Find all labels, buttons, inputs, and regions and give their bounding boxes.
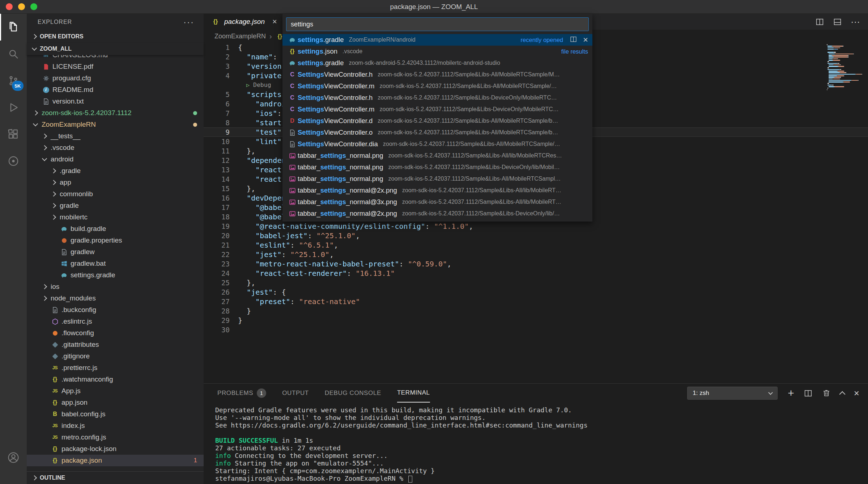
quick-open-item-settingsviewcontroller-h[interactable]: CSettingsViewController.hzoom-sdk-ios-5.… xyxy=(282,92,592,104)
quick-open-item-settingsviewcontroller-dia[interactable]: SettingsViewController.diazoom-sdk-ios-5… xyxy=(282,138,592,150)
tree-item-watchmanconfig[interactable]: {}.watchmanconfig xyxy=(27,374,204,385)
new-terminal-icon[interactable]: + xyxy=(788,390,794,397)
panel-tab-debug-console[interactable]: DEBUG CONSOLE xyxy=(325,384,381,403)
tree-item-metro-config-js[interactable]: JSmetro.config.js xyxy=(27,432,204,443)
codelens-debug[interactable]: Debug xyxy=(253,81,271,88)
tree-item-gradlew-bat[interactable]: gradlew.bat xyxy=(27,258,204,269)
panel-tab-problems[interactable]: PROBLEMS1 xyxy=(217,384,266,403)
quick-open-item-tabbar-settings-normal-png[interactable]: tabbar_settings_normal.pngzoom-sdk-ios-5… xyxy=(282,150,592,161)
tree-item-readme-md[interactable]: iREADME.md xyxy=(27,84,204,96)
quick-open-item-settingsviewcontroller-m[interactable]: CSettingsViewController.mzoom-sdk-ios-5.… xyxy=(282,80,592,92)
kill-terminal-icon[interactable] xyxy=(822,389,831,397)
section-root-folder[interactable]: ZOOM_ALL xyxy=(27,43,204,55)
tree-item-babel-config-js[interactable]: Bbabel.config.js xyxy=(27,408,204,420)
tree-item-gradle[interactable]: .gradle xyxy=(27,165,204,177)
quick-open-item-tabbar-settings-normal-2x-png[interactable]: tabbar_settings_normal@2x.pngzoom-sdk-io… xyxy=(282,185,592,196)
quick-open-input[interactable] xyxy=(286,17,589,31)
extensions-icon[interactable] xyxy=(0,121,27,148)
tree-item-node-modules[interactable]: node_modules xyxy=(27,292,204,304)
code-line[interactable]: 29} xyxy=(204,316,868,325)
run-debug-icon[interactable] xyxy=(0,94,27,121)
quick-open-item-tabbar-settings-normal-3x-png[interactable]: tabbar_settings_normal@3x.pngzoom-sdk-io… xyxy=(282,196,592,208)
minimap[interactable] xyxy=(826,44,862,92)
terminal-shell-select[interactable]: 1: zsh xyxy=(687,387,778,400)
tree-item-build-gradle[interactable]: build.gradle xyxy=(27,223,204,235)
minimize-window-button[interactable] xyxy=(18,3,25,10)
quick-open-item-settingsviewcontroller-h[interactable]: CSettingsViewController.hzoom-sdk-ios-5.… xyxy=(282,69,592,80)
quick-open-item-settingsviewcontroller-d[interactable]: DSettingsViewController.dzoom-sdk-ios-5.… xyxy=(282,115,592,127)
panel-tab-terminal[interactable]: TERMINAL xyxy=(397,384,430,403)
quick-open-item-tabbar-settings-normal-png[interactable]: tabbar_settings_normal.pngzoom-sdk-ios-5… xyxy=(282,173,592,185)
code-line[interactable]: 20 "babel-jest": "^25.1.0", xyxy=(204,231,868,240)
split-editor-icon[interactable] xyxy=(815,17,824,26)
code-line[interactable]: 21 "eslint": "^6.5.1", xyxy=(204,240,868,250)
quick-open-item-settings-json[interactable]: {}settings.json.vscodefile results xyxy=(282,46,592,57)
tree-item-version-txt[interactable]: version.txt xyxy=(27,96,204,107)
tree-item-app-js[interactable]: JSApp.js xyxy=(27,385,204,397)
code-line[interactable]: 24 "react-test-renderer": "16.13.1" xyxy=(204,269,868,278)
source-control-icon[interactable]: 5K xyxy=(0,67,27,94)
more-actions-icon[interactable]: ··· xyxy=(183,20,194,24)
tree-item-buckconfig[interactable]: .buckconfig xyxy=(27,304,204,316)
tree-item-index-js[interactable]: JSindex.js xyxy=(27,420,204,432)
code-line[interactable]: 23 "metro-react-native-babel-preset": "^… xyxy=(204,259,868,269)
close-tab-icon[interactable]: × xyxy=(272,17,277,26)
tree-item-eslintrc-js[interactable]: .eslintrc.js xyxy=(27,316,204,327)
open-to-side-icon[interactable] xyxy=(570,35,577,45)
tree-item-app[interactable]: app xyxy=(27,177,204,188)
code-line[interactable]: 25 }, xyxy=(204,278,868,287)
zoom-window-button[interactable] xyxy=(30,3,37,10)
code-line[interactable]: 30 xyxy=(204,325,868,334)
tree-item-zoomexamplern[interactable]: ZoomExampleRN xyxy=(27,119,204,130)
split-terminal-icon[interactable] xyxy=(804,389,813,398)
tree-item-gitattributes[interactable]: .gitattributes xyxy=(27,339,204,350)
maximize-panel-icon[interactable] xyxy=(840,390,844,396)
search-icon[interactable] xyxy=(0,41,27,67)
tree-item-vscode[interactable]: .vscode xyxy=(27,142,204,153)
code-line[interactable]: 19 "@react-native-community/eslint-confi… xyxy=(204,222,868,231)
tree-item-changelog-md[interactable]: MCHANGELOG.md xyxy=(27,55,204,61)
tree-item-mobilertc[interactable]: mobilertc xyxy=(27,211,204,223)
tree-item-gradle-properties[interactable]: gradle.properties xyxy=(27,235,204,246)
tree-item-app-json[interactable]: {}app.json xyxy=(27,397,204,408)
quick-open-item-settings-gradle[interactable]: settings.gradleZoomExampleRN/androidrece… xyxy=(282,34,592,46)
tree-item-license-pdf[interactable]: LICENSE.pdf xyxy=(27,61,204,72)
tree-item-tests[interactable]: __tests__ xyxy=(27,130,204,142)
tree-item-flowconfig[interactable]: .flowconfig xyxy=(27,327,204,339)
explorer-icon[interactable] xyxy=(0,14,27,41)
tree-item-proguard-cfg[interactable]: proguard.cfg xyxy=(27,72,204,84)
close-panel-icon[interactable]: × xyxy=(854,390,859,397)
account-icon[interactable] xyxy=(0,444,27,471)
disc-icon[interactable] xyxy=(0,148,27,174)
code-line[interactable]: 26 "jest": { xyxy=(204,287,868,297)
code-line[interactable]: 28 } xyxy=(204,306,868,316)
tree-item-android[interactable]: android xyxy=(27,153,204,165)
panel-tab-output[interactable]: OUTPUT xyxy=(282,384,309,403)
tree-item-package-lock-json[interactable]: {}package-lock.json xyxy=(27,443,204,455)
tree-item-gitignore[interactable]: .gitignore xyxy=(27,350,204,362)
code-line[interactable]: 27 "preset": "react-native" xyxy=(204,297,868,306)
quick-open-item-settingsviewcontroller-m[interactable]: CSettingsViewController.mzoom-sdk-ios-5.… xyxy=(282,104,592,115)
tree-item-gradlew[interactable]: gradlew xyxy=(27,246,204,258)
quick-open-item-tabbar-settings-normal-png[interactable]: tabbar_settings_normal.pngzoom-sdk-ios-5… xyxy=(282,161,592,173)
tree-item-ios[interactable]: ios xyxy=(27,281,204,292)
quick-open-item-settings-gradle[interactable]: settings.gradlezoom-sdk-android-5.2.4204… xyxy=(282,57,592,69)
terminal-output[interactable]: Deprecated Gradle features were used in … xyxy=(204,403,868,482)
tab-package-json[interactable]: {} package.json × xyxy=(204,14,284,30)
close-window-button[interactable] xyxy=(6,3,13,10)
debug-play-icon[interactable]: ▷ xyxy=(246,82,250,88)
panel-layout-icon[interactable] xyxy=(833,17,842,26)
tree-item-zoom-sdk-ios-5-2-42037-1112[interactable]: zoom-sdk-ios-5.2.42037.1112 xyxy=(27,107,204,119)
section-outline[interactable]: OUTLINE xyxy=(27,471,204,484)
titlebar[interactable]: package.json — ZOOM_ALL xyxy=(0,0,868,14)
section-open-editors[interactable]: OPEN EDITORS xyxy=(27,30,204,43)
tree-item-gradle[interactable]: gradle xyxy=(27,200,204,211)
quick-open-item-settingsviewcontroller-o[interactable]: SettingsViewController.ozoom-sdk-ios-5.2… xyxy=(282,127,592,138)
code-line[interactable]: 22 "jest": "^25.1.0", xyxy=(204,250,868,259)
tree-item-commonlib[interactable]: commonlib xyxy=(27,188,204,200)
tree-item-settings-gradle[interactable]: settings.gradle xyxy=(27,269,204,281)
quick-open-item-tabbar-settings-normal-2x-png[interactable]: tabbar_settings_normal@2x.pngzoom-sdk-io… xyxy=(282,208,592,219)
tree-item-prettierrc-js[interactable]: JS.prettierrc.js xyxy=(27,362,204,374)
remove-from-recent-icon[interactable]: × xyxy=(583,37,588,43)
more-actions-icon[interactable]: ··· xyxy=(851,18,860,25)
